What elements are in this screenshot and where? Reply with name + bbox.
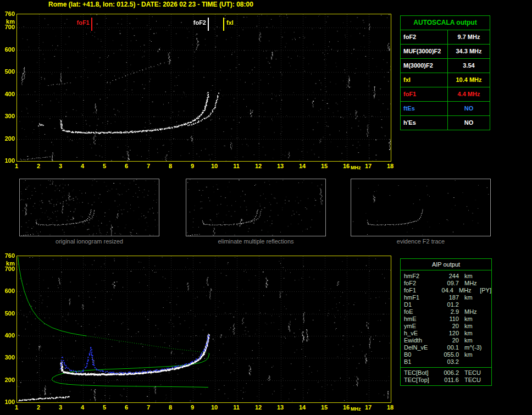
aip-row-value: 006.2 [436, 369, 459, 377]
aip-row-unit: km [459, 316, 485, 323]
aip-row: DelN_vE00.1m^(-3) [401, 344, 491, 351]
y-tick-label: 500 [0, 310, 15, 317]
aip-row-extra [485, 351, 491, 358]
y-tick-label: 400 [0, 332, 15, 339]
x-tick-label: 4 [81, 163, 84, 169]
y-tick-label: 600 [0, 46, 15, 53]
aip-row: D101.2 [401, 301, 491, 308]
evidence-f2-trace-canvas [351, 179, 490, 236]
x-tick-label: 2 [37, 404, 40, 411]
aip-row-extra [485, 344, 491, 351]
aip-row-value: 2.9 [436, 308, 459, 316]
aip-row: B103.2 [401, 358, 491, 366]
autoscala-row: M(3000)F23.54 [401, 58, 490, 73]
x-tick-label: 1 [15, 404, 18, 411]
autoscala-row: ftEsNO [401, 101, 490, 115]
aip-row-extra: [PY] [478, 287, 491, 294]
autoscala-row-value: NO [447, 102, 490, 115]
aip-row: TEC[Bot]006.2TECU [401, 369, 491, 377]
aip-row-value: 244 [436, 273, 459, 280]
autoscala-row-label: MUF(3000)F2 [401, 45, 447, 58]
aip-row-name: foE [401, 308, 436, 316]
x-tick-label: 14 [299, 404, 306, 411]
fof2-marker [208, 18, 209, 31]
aip-row-value: 03.2 [436, 358, 459, 366]
fxi-marker-label: fxI [226, 19, 234, 26]
aip-row-extra [485, 337, 491, 344]
x-tick-label: 8 [169, 163, 172, 169]
aip-row-unit: km [459, 351, 485, 358]
mhz-unit-label: MHz [351, 165, 361, 170]
y-tick-label: 760 [0, 252, 15, 259]
aip-row-unit: TECU [459, 369, 485, 377]
x-tick-label: 11 [233, 163, 240, 169]
aip-row-unit: MHz [459, 280, 485, 287]
caption-evidence-f2-trace: evidence F2 trace [351, 238, 491, 245]
autoscala-table-rows: foF29.7 MHzMUF(3000)F234.3 MHzM(3000)F23… [401, 30, 490, 130]
aip-row-extra [485, 273, 491, 280]
aip-row-value: 09.7 [436, 280, 459, 287]
aip-output-table: AIP output hmF2244kmfoF209.7MHzfoF104.4M… [400, 258, 492, 386]
autoscala-row-label: foF1 [401, 87, 447, 101]
x-tick-label: 7 [147, 404, 150, 411]
autoscala-row-label: M(3000)F2 [401, 59, 447, 73]
autoscala-row-label: ftEs [401, 102, 447, 115]
x-tick-label: 12 [255, 404, 262, 411]
x-tick-label: 3 [59, 163, 62, 169]
aip-row-unit: MHz [453, 287, 478, 294]
main-ionogram-canvas [17, 14, 391, 161]
y-tick-label: 300 [0, 113, 15, 119]
x-tick-label: 16 [343, 404, 350, 411]
autoscala-row-value: 34.3 MHz [447, 45, 490, 58]
profile-ionogram-plot [16, 256, 391, 403]
aip-row-extra [485, 280, 491, 287]
aip-row-unit [459, 301, 485, 308]
aip-row-name: Ewidth [401, 337, 436, 344]
original-ionogram-canvas [20, 179, 159, 236]
aip-row: hmF2244km [401, 273, 491, 280]
aip-row-value: 187 [436, 294, 459, 301]
x-tick-label: 8 [169, 404, 172, 411]
x-tick-label: 5 [103, 404, 106, 411]
x-tick-label: 15 [321, 163, 328, 169]
aip-row-value: 055.0 [436, 351, 459, 358]
fof1-marker [91, 18, 92, 31]
aip-row-name: TEC[Bot] [401, 369, 436, 377]
autoscala-row-value: 4.4 MHz [447, 87, 490, 101]
x-tick-label: 11 [233, 404, 240, 411]
km-unit-label: km [0, 260, 15, 267]
autoscala-row-label: foF2 [401, 30, 447, 44]
aip-row-extra [485, 294, 491, 301]
y-tick-label: 100 [0, 157, 15, 164]
aip-row: hmF1187km [401, 294, 491, 301]
x-tick-label: 3 [59, 404, 62, 411]
aip-row-name: hmF1 [401, 294, 436, 301]
aip-row-value: 120 [436, 330, 459, 337]
x-tick-label: 7 [147, 163, 150, 169]
aip-row-name: h_vE [401, 330, 436, 337]
aip-row-extra [485, 301, 491, 308]
station-title: Rome (lat: +41.8, lon: 012.5) - DATE: 20… [48, 1, 253, 8]
x-tick-label: 14 [299, 163, 306, 169]
autoscala-screen: Rome (lat: +41.8, lon: 012.5) - DATE: 20… [0, 0, 532, 415]
x-tick-label: 12 [255, 163, 262, 169]
aip-row-name: D1 [401, 301, 436, 308]
aip-row-unit: TECU [459, 377, 485, 384]
autoscala-row-label: h'Es [401, 116, 447, 130]
km-unit-label: km [0, 18, 15, 25]
x-tick-label: 9 [191, 163, 194, 169]
y-tick-label: 200 [0, 135, 15, 142]
aip-table-title: AIP output [401, 259, 491, 270]
aip-row: hmE110km [401, 316, 491, 323]
aip-row: h_vE120km [401, 330, 491, 337]
aip-row-value: 04.4 [433, 287, 453, 294]
aip-row-unit: km [459, 330, 485, 337]
autoscala-row-value: NO [447, 116, 490, 130]
y-tick-label: 100 [0, 399, 15, 405]
caption-original-ionogram: original ionogram resized [19, 238, 159, 245]
aip-row-unit: km [459, 337, 485, 344]
x-tick-label: 10 [211, 163, 218, 169]
x-tick-label: 17 [365, 163, 372, 169]
aip-row-value: 20 [436, 337, 459, 344]
autoscala-output-table: AUTOSCALA output foF29.7 MHzMUF(3000)F23… [400, 15, 490, 130]
